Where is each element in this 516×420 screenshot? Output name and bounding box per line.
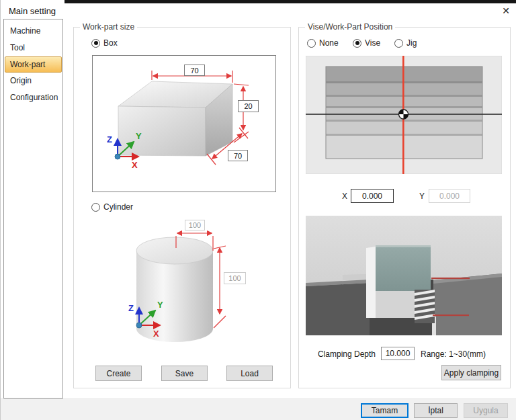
axis-z-label: Z (107, 134, 112, 144)
main-setting-dialog: Main setting ✕ Machine Tool Work-part Or… (0, 0, 516, 420)
clamp-depth-line-bottom (433, 314, 469, 316)
radio-box-label: Box (103, 38, 118, 48)
radio-cylinder[interactable]: Cylinder (91, 202, 133, 212)
axis-y-label: Y (157, 300, 163, 310)
cylinder-diameter-input (185, 220, 205, 230)
vise-position-group-title: Vise/Work-Part Position (305, 22, 395, 32)
sidebar-item-tool[interactable]: Tool (5, 40, 62, 56)
sidebar-item-origin[interactable]: Origin (5, 73, 62, 89)
radio-none-indicator (307, 39, 316, 48)
radio-jig-indicator (394, 39, 403, 48)
dialog-footer: Tamam İptal Uygula (1, 398, 516, 420)
center-target-icon (399, 110, 408, 119)
cylinder-height-input (224, 272, 246, 284)
box-3d-illustration: Z Y X (93, 56, 275, 192)
apply-clamping-button[interactable]: Apply clamping (441, 365, 501, 380)
box-height-dimension (234, 84, 249, 142)
ok-button[interactable]: Tamam (361, 403, 408, 418)
vise-3d-illustration (306, 216, 502, 335)
vise-3d-view-image (306, 216, 502, 335)
vise-position-group: Vise/Work-Part Position None Vise Jig (298, 27, 511, 388)
radio-none-label: None (319, 38, 339, 48)
box-width-input[interactable] (184, 65, 205, 76)
origin-point-icon (115, 154, 120, 159)
radio-jig[interactable]: Jig (394, 38, 417, 48)
box-height-input[interactable] (238, 100, 259, 112)
background-window-edge (64, 0, 516, 3)
axis-x-label: X (132, 160, 138, 170)
workpart-size-group: Work-part size Box (73, 27, 291, 388)
sidebar-item-machine[interactable]: Machine (5, 23, 62, 40)
x-position-label: X (342, 192, 347, 201)
clamping-range-label: Range: 1~30(mm) (421, 349, 486, 359)
close-icon[interactable]: ✕ (499, 4, 513, 17)
radio-cylinder-label: Cylinder (103, 202, 133, 212)
clamp-serration (415, 290, 435, 323)
cylinder-preview-image: Z Y X (102, 217, 277, 345)
create-button[interactable]: Create (95, 366, 142, 381)
workpart-size-group-title: Work-part size (80, 22, 137, 32)
box-depth-input[interactable] (228, 150, 248, 161)
axis-y-label: Y (136, 131, 142, 141)
clamping-depth-input[interactable] (381, 347, 415, 360)
axis-x-label: X (153, 329, 159, 339)
y-position-label: Y (419, 192, 425, 201)
y-position-input (429, 189, 470, 203)
radio-none[interactable]: None (307, 38, 339, 48)
axis-z-label: Z (128, 303, 134, 313)
radio-cylinder-indicator (91, 203, 100, 212)
cylinder-3d-illustration: Z Y X (102, 217, 277, 345)
radio-vise-indicator (353, 39, 361, 48)
clamp-depth-line-top (431, 278, 470, 279)
vise-top-view-illustration (306, 56, 502, 174)
apply-button: Uygula (464, 403, 508, 418)
settings-nav-list: Machine Tool Work-part Origin Configurat… (3, 19, 63, 398)
radio-box[interactable]: Box (91, 38, 118, 48)
box-preview-image: Z Y X (92, 55, 276, 192)
cylinder-height-dimension (214, 246, 226, 328)
clamping-depth-label: Clamping Depth (306, 349, 376, 359)
sidebar-item-configuration[interactable]: Configuration (5, 89, 62, 106)
vise-top-view-image (306, 56, 502, 174)
load-button[interactable]: Load (226, 366, 273, 381)
radio-jig-label: Jig (406, 38, 417, 48)
radio-box-indicator (91, 39, 100, 48)
save-button[interactable]: Save (161, 366, 208, 381)
dialog-title: Main setting (9, 6, 56, 16)
radio-vise-label: Vise (365, 38, 380, 48)
origin-point-icon (136, 323, 142, 328)
cancel-button[interactable]: İptal (414, 403, 458, 418)
radio-vise[interactable]: Vise (353, 38, 380, 48)
x-position-input[interactable] (351, 189, 394, 203)
sidebar-item-work-part[interactable]: Work-part (5, 56, 62, 73)
